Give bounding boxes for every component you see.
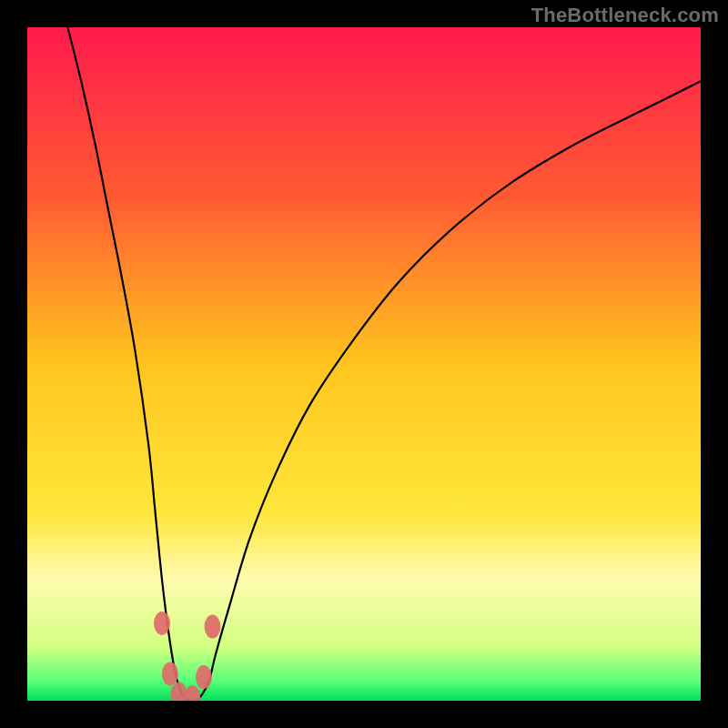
chart-frame: TheBottleneck.com [0, 0, 728, 728]
plot-area [27, 27, 701, 701]
marker-left-lower [162, 662, 178, 685]
marker-left-upper [154, 612, 170, 635]
marker-right-lower [196, 665, 212, 689]
marker-right-upper [205, 615, 221, 639]
gradient-background [27, 27, 701, 701]
watermark-text: TheBottleneck.com [531, 4, 719, 27]
chart-svg [27, 27, 701, 701]
